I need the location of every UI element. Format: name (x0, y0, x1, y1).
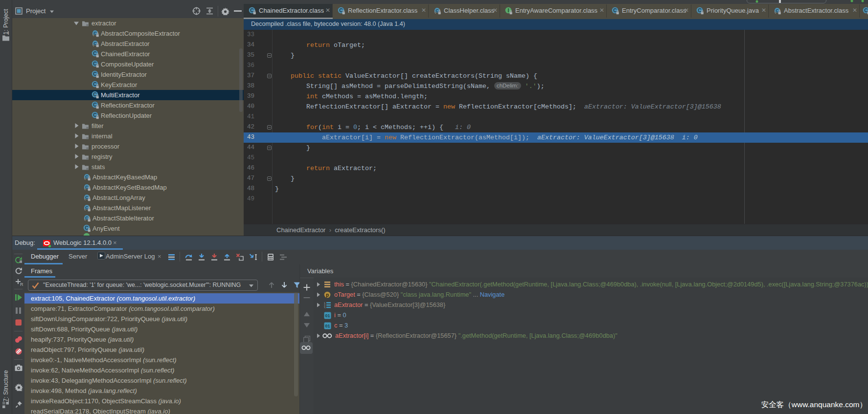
svg-text:01: 01 (325, 324, 330, 328)
svg-text:R: R (20, 282, 23, 287)
svg-text:3: 3 (324, 306, 325, 309)
svg-text:01: 01 (325, 313, 330, 318)
svg-text:p: p (326, 292, 329, 298)
